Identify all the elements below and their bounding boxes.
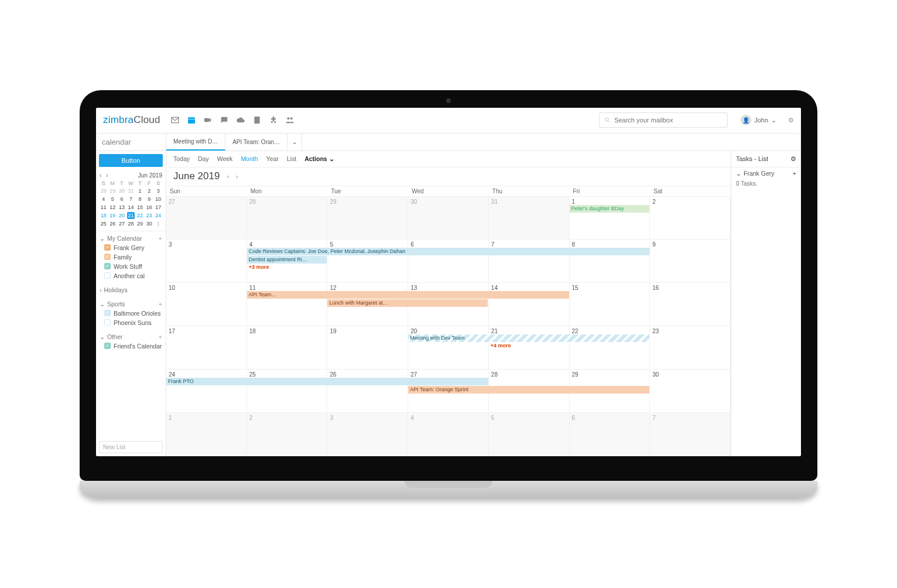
- calendar-group[interactable]: ›Holidays: [96, 285, 166, 295]
- mini-day[interactable]: 28: [100, 187, 108, 194]
- day-cell[interactable]: 21+4 more: [489, 326, 570, 370]
- video-icon[interactable]: [203, 115, 213, 125]
- mini-day[interactable]: 13: [118, 204, 126, 211]
- tab-item[interactable]: Meeting with D…: [166, 134, 225, 151]
- calendar-event[interactable]: API Team: Orange Sprint: [408, 386, 649, 394]
- calendar-event[interactable]: Frank PTO: [166, 378, 488, 385]
- add-task-icon[interactable]: +: [793, 170, 796, 177]
- calendar-item[interactable]: ✓Family: [96, 252, 166, 262]
- actions-menu[interactable]: Actions ⌄: [304, 155, 334, 162]
- mini-day[interactable]: 29: [109, 187, 117, 194]
- mini-day[interactable]: 31: [127, 187, 135, 194]
- mini-day[interactable]: 26: [109, 220, 117, 227]
- view-list[interactable]: List: [287, 155, 296, 162]
- day-cell[interactable]: 18: [247, 326, 328, 370]
- day-cell[interactable]: 5: [489, 413, 570, 456]
- plus-icon[interactable]: +: [159, 333, 162, 340]
- more-events[interactable]: +3 more: [249, 264, 269, 270]
- day-cell[interactable]: 3: [166, 240, 247, 283]
- day-cell[interactable]: 30: [650, 370, 731, 413]
- day-cell[interactable]: 14: [489, 283, 570, 326]
- day-cell[interactable]: 9: [650, 240, 731, 283]
- calendar-event[interactable]: Peter's daughter BDay: [570, 205, 649, 213]
- calendar-item[interactable]: Phoenix Suns: [96, 318, 166, 327]
- more-events[interactable]: +4 more: [491, 343, 511, 348]
- mini-day[interactable]: 22: [136, 212, 144, 219]
- day-cell[interactable]: 4Code Reviews Captains: Joe Doe, Peter M…: [247, 240, 328, 283]
- day-cell[interactable]: 22: [570, 326, 651, 370]
- day-cell[interactable]: 20Meeting with Dev Team: [408, 326, 489, 370]
- calendar-event[interactable]: Lunch with Margaret at…: [327, 299, 488, 307]
- plus-icon[interactable]: +: [159, 300, 162, 307]
- tab-overflow[interactable]: ⌄: [287, 134, 302, 151]
- mini-day[interactable]: 18: [100, 212, 108, 219]
- mini-day[interactable]: 29: [136, 220, 144, 227]
- day-cell[interactable]: 16: [650, 283, 731, 326]
- mini-day[interactable]: 9: [145, 196, 153, 203]
- mini-day[interactable]: 21: [127, 212, 135, 219]
- calendar-event[interactable]: API Team…: [247, 291, 569, 299]
- calendar-group[interactable]: ⌄Sports+: [96, 299, 166, 309]
- calendar-item[interactable]: ✓Frank Gery: [96, 243, 166, 252]
- addons-icon[interactable]: [268, 115, 279, 125]
- day-cell[interactable]: 23: [650, 326, 731, 370]
- mini-day[interactable]: 10: [154, 196, 162, 203]
- day-cell[interactable]: 1Peter's daughter BDay: [570, 197, 651, 240]
- new-list-input[interactable]: New List: [99, 441, 163, 453]
- day-cell[interactable]: 7: [489, 240, 570, 283]
- day-cell[interactable]: 1: [166, 413, 247, 456]
- day-cell[interactable]: 4: [408, 413, 489, 456]
- calendar-group[interactable]: ⌄Other+: [96, 332, 166, 341]
- mini-day[interactable]: 17: [154, 204, 162, 211]
- day-cell[interactable]: 19: [327, 326, 408, 370]
- mini-day[interactable]: 1: [154, 220, 162, 227]
- next-month-icon[interactable]: ›: [236, 173, 238, 180]
- mini-day[interactable]: 3: [154, 187, 162, 194]
- view-year[interactable]: Year: [266, 155, 279, 162]
- day-cell[interactable]: 31: [489, 197, 570, 240]
- gear-icon[interactable]: ⚙: [788, 117, 794, 124]
- day-cell[interactable]: 6: [408, 240, 489, 283]
- mini-day[interactable]: 2: [145, 187, 153, 194]
- people-icon[interactable]: [285, 115, 295, 125]
- day-cell[interactable]: 17: [166, 326, 247, 370]
- view-month[interactable]: Month: [241, 155, 258, 162]
- calendar-item[interactable]: ✓Work Stuff: [96, 262, 166, 271]
- day-cell[interactable]: 28: [247, 197, 328, 240]
- new-button[interactable]: Button: [99, 154, 163, 167]
- day-cell[interactable]: 7: [650, 413, 731, 456]
- calendar-item[interactable]: Another cal: [96, 271, 166, 281]
- calendar-event[interactable]: Meeting with Dev Team: [408, 334, 649, 342]
- day-cell[interactable]: 2: [247, 413, 328, 456]
- mini-day[interactable]: 5: [109, 196, 117, 203]
- day-cell[interactable]: 25: [247, 370, 328, 413]
- view-day[interactable]: Day: [198, 155, 209, 162]
- day-cell[interactable]: 15: [570, 283, 651, 326]
- day-cell[interactable]: 11API Team…: [247, 283, 328, 326]
- calendar-icon[interactable]: [186, 115, 197, 125]
- day-cell[interactable]: 12Lunch with Margaret at…: [327, 283, 408, 326]
- day-cell[interactable]: 27: [166, 197, 247, 240]
- day-cell[interactable]: 2: [650, 197, 731, 240]
- mini-day[interactable]: 4: [100, 196, 108, 203]
- day-cell[interactable]: 27API Team: Orange Sprint: [408, 370, 489, 413]
- day-cell[interactable]: 6: [570, 413, 651, 456]
- mini-day[interactable]: 27: [118, 220, 126, 227]
- mini-day[interactable]: 11: [100, 204, 108, 211]
- calendar-event[interactable]: Code Reviews Captains: Joe Doe, Peter Mc…: [247, 248, 650, 255]
- mini-day[interactable]: 12: [109, 204, 117, 211]
- mini-day[interactable]: 30: [145, 220, 153, 227]
- day-cell[interactable]: 30: [408, 197, 489, 240]
- day-cell[interactable]: 3: [327, 413, 408, 456]
- calendar-event[interactable]: Dentist appointment Ri…: [247, 256, 327, 264]
- tab-item[interactable]: API Team: Oran…: [225, 134, 287, 151]
- mini-day[interactable]: 6: [118, 196, 126, 203]
- mini-day[interactable]: 14: [127, 204, 135, 211]
- mini-day[interactable]: 28: [127, 220, 135, 227]
- day-cell[interactable]: 26: [327, 370, 408, 413]
- day-cell[interactable]: 24Frank PTO: [166, 370, 247, 413]
- search-box[interactable]: [599, 112, 728, 128]
- calendar-item[interactable]: ✓Baltimore Orioles: [96, 309, 166, 318]
- mini-day[interactable]: 8: [136, 196, 144, 203]
- calendar-group[interactable]: ⌄My Calendar+: [96, 234, 166, 243]
